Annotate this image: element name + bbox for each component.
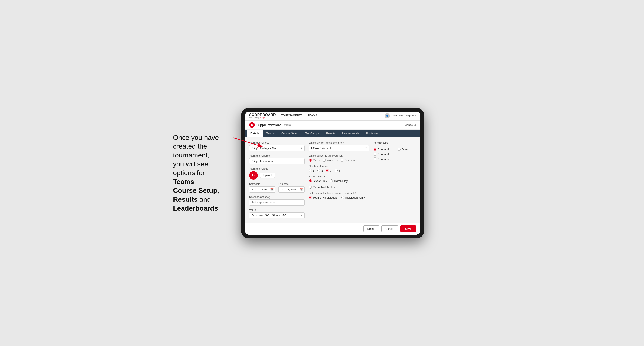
teams-plus-radio[interactable] — [309, 196, 312, 199]
division-label: Which division is the event for? — [309, 141, 369, 144]
gender-womens-radio[interactable] — [323, 159, 326, 162]
tab-tee-groups[interactable]: Tee Groups — [302, 130, 323, 137]
annotation-text: Once you have created the tournament, yo… — [173, 133, 228, 213]
tournament-name: Clippd Invitational — [256, 123, 282, 127]
tournament-host-label: Tournament Host — [249, 141, 304, 144]
cancel-button-top[interactable]: Cancel X — [405, 123, 416, 127]
format-type-title: Format type — [374, 141, 416, 144]
gender-group: Which gender is the event for? Mens Wome… — [309, 154, 369, 162]
tournament-title: C Clippd Invitational (Men) — [249, 122, 291, 128]
tab-course-setup[interactable]: Course Setup — [278, 130, 302, 137]
user-actions: 👤 Test User | Sign out — [385, 113, 416, 118]
rounds-group: Number of rounds 1 2 3 — [309, 165, 369, 172]
division-select[interactable]: NCAA Division III — [309, 145, 369, 151]
logo-preview: C — [249, 171, 258, 179]
scoring-medal-option[interactable]: Medal Match Play — [309, 185, 335, 189]
user-label: Test User | — [392, 114, 405, 117]
brand-logo: SCOREBOARD Powered by clippd — [249, 113, 276, 119]
rounds-label: Number of rounds — [309, 165, 369, 168]
tab-leaderboards[interactable]: Leaderboards — [339, 130, 363, 137]
scoring-match-radio[interactable] — [330, 179, 333, 182]
tab-teams[interactable]: Teams — [263, 130, 278, 137]
venue-select-wrapper: Peachtree GC - Atlanta - GA — [249, 212, 304, 218]
sponsor-label: Sponsor (optional) — [249, 195, 304, 198]
format-other-radio[interactable] — [398, 148, 400, 151]
individuals-only-option[interactable]: Individuals Only — [341, 196, 365, 199]
scoring-medal-radio[interactable] — [309, 185, 312, 188]
tournament-name-label: Tournament name — [249, 154, 304, 157]
tab-details[interactable]: Details — [247, 130, 263, 137]
tournament-logo-group: Tournament logo C Upload — [249, 167, 304, 179]
tablet-screen: SCOREBOARD Powered by clippd TOURNAMENTS… — [245, 112, 420, 235]
gender-combined-option[interactable]: Combined — [340, 159, 357, 162]
rounds-2-option[interactable]: 2 — [317, 169, 323, 172]
gender-radio-group: Mens Womens Combined — [309, 159, 369, 162]
tournament-host-select-wrapper: Clippd College - Men — [249, 145, 304, 151]
start-date-group: Start date 📅 — [249, 182, 276, 192]
tablet-frame: SCOREBOARD Powered by clippd TOURNAMENTS… — [241, 108, 424, 238]
rounds-2-radio[interactable] — [317, 169, 320, 172]
scoring-group: Scoring system Stroke Play Match Play Me… — [309, 175, 369, 189]
scoring-match-option[interactable]: Match Play — [330, 179, 348, 182]
end-date-wrapper: 📅 — [278, 186, 304, 192]
scoring-radio-group: Stroke Play Match Play Medal Match Play — [309, 179, 369, 189]
venue-select[interactable]: Peachtree GC - Atlanta - GA — [249, 212, 304, 218]
tournament-name-input[interactable] — [249, 158, 304, 164]
rounds-1-option[interactable]: 1 — [309, 169, 314, 172]
format-6count4-option[interactable]: 6 count 4 — [374, 153, 416, 156]
col-middle: Which division is the event for? NCAA Di… — [309, 141, 369, 218]
end-date-group: End date 📅 — [278, 182, 304, 192]
tournament-name-group: Tournament name — [249, 154, 304, 164]
nav-links: TOURNAMENTS TEAMS — [281, 114, 317, 118]
cancel-button[interactable]: Cancel — [382, 225, 398, 232]
format-options: 5 count 4 Other 6 count 4 6 count 5 — [374, 148, 416, 161]
format-6count4-radio[interactable] — [374, 153, 376, 156]
gender-mens-option[interactable]: Mens — [309, 159, 320, 162]
col-left: Tournament Host Clippd College - Men Tou… — [249, 141, 304, 218]
tournament-host-group: Tournament Host Clippd College - Men — [249, 141, 304, 151]
format-6count5-radio[interactable] — [374, 158, 376, 161]
start-date-label: Start date — [249, 182, 276, 185]
upload-button[interactable]: Upload — [260, 173, 275, 178]
rounds-3-option[interactable]: 3 — [326, 169, 331, 172]
format-other-option[interactable]: Other — [398, 148, 408, 151]
division-group: Which division is the event for? NCAA Di… — [309, 141, 369, 151]
delete-button[interactable]: Delete — [363, 225, 380, 232]
tournament-type-badge: (Men) — [284, 124, 290, 127]
teams-plus-option[interactable]: Teams (+Individuals) — [309, 196, 338, 199]
brand-name: SCOREBOARD — [249, 113, 276, 117]
rounds-3-radio[interactable] — [326, 169, 329, 172]
nav-tournaments[interactable]: TOURNAMENTS — [281, 114, 303, 118]
gender-womens-option[interactable]: Womens — [323, 159, 338, 162]
format-5count4-radio[interactable] — [374, 148, 376, 151]
tab-printables[interactable]: Printables — [363, 130, 382, 137]
gender-combined-radio[interactable] — [340, 159, 344, 162]
scoring-stroke-option[interactable]: Stroke Play — [309, 179, 327, 182]
start-date-input[interactable] — [249, 186, 276, 192]
start-date-wrapper: 📅 — [249, 186, 276, 192]
tournament-icon: C — [249, 122, 255, 128]
tab-results[interactable]: Results — [323, 130, 339, 137]
content-area: Tournament Host Clippd College - Men Tou… — [245, 137, 420, 223]
save-button[interactable]: Save — [400, 225, 416, 232]
tournament-host-select[interactable]: Clippd College - Men — [249, 145, 304, 151]
format-6count5-option[interactable]: 6 count 5 — [374, 158, 416, 161]
sign-out-link[interactable]: Sign out — [406, 114, 416, 117]
nav-teams[interactable]: TEAMS — [308, 114, 317, 118]
end-date-label: End date — [278, 182, 304, 185]
teams-radio-group: Teams (+Individuals) Individuals Only — [309, 196, 369, 199]
gender-mens-radio[interactable] — [309, 159, 312, 162]
venue-label: Venue — [249, 208, 304, 211]
individuals-only-radio[interactable] — [341, 196, 344, 199]
bottom-bar: Delete Cancel Save — [245, 223, 420, 235]
sponsor-input[interactable] — [249, 199, 304, 205]
rounds-4-radio[interactable] — [334, 169, 338, 172]
rounds-1-radio[interactable] — [309, 169, 312, 172]
division-select-wrapper: NCAA Division III — [309, 145, 369, 151]
rounds-4-option[interactable]: 4 — [334, 169, 340, 172]
tournament-bar: C Clippd Invitational (Men) Cancel X — [245, 121, 420, 130]
end-date-input[interactable] — [278, 186, 304, 192]
scoring-stroke-radio[interactable] — [309, 179, 312, 182]
col-right: Format type 5 count 4 Other — [374, 141, 416, 218]
format-5count4-option[interactable]: 5 count 4 — [374, 148, 389, 151]
